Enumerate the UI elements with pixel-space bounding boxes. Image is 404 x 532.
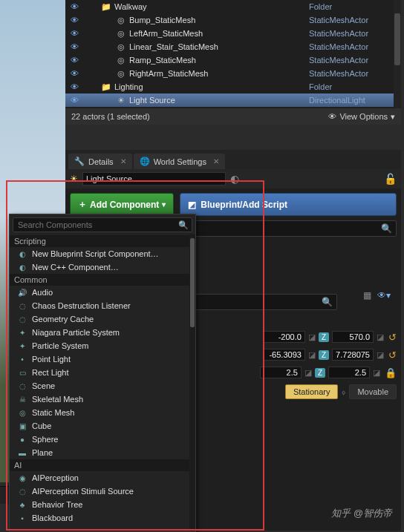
dropdown-item[interactable]: ◌Chaos Destruction Listener [10, 299, 195, 312]
outliner-row[interactable]: 👁 ◎ LeftArm_StaticMesh StaticMeshActor [65, 27, 401, 40]
value-field[interactable]: 7.728075 [332, 349, 374, 361]
row-type: StaticMeshActor [309, 69, 398, 78]
component-icon: ◌ [17, 302, 27, 310]
outliner-row[interactable]: 👁 ◎ Bump_StaticMesh StaticMeshActor [65, 13, 401, 27]
plus-icon: ＋ [78, 198, 87, 211]
dropdown-item[interactable]: ✦Niagara Particle System [10, 326, 195, 339]
search-icon: 🔍 [381, 223, 392, 234]
dropdown-item[interactable]: ♣Behavior Tree [10, 498, 195, 511]
component-label: Behavior Tree [32, 500, 82, 509]
visibility-eye-icon[interactable]: 👁 [68, 42, 80, 51]
component-icon: ◌ [17, 315, 27, 324]
transform-row: -200.0◪ Z 570.0◪ ↺ [264, 331, 397, 343]
value-field[interactable]: 570.0 [332, 331, 374, 343]
row-label: Light Source [126, 96, 309, 105]
dropdown-item[interactable]: ◌Geometry Cache [10, 312, 195, 326]
grid-icon[interactable]: ▦ [363, 290, 371, 301]
dropdown-item[interactable]: ◉AIPerception [10, 471, 195, 485]
component-label: AIPerception [32, 473, 79, 482]
component-icon: ◉ [17, 474, 27, 482]
dropdown-item[interactable]: ◎Static Mesh [10, 406, 195, 419]
visibility-eye-icon[interactable]: 👁 [68, 56, 80, 65]
blueprint-add-script-button[interactable]: ◩ Blueprint/Add Script [180, 193, 397, 216]
blueprint-icon: ◩ [188, 200, 196, 210]
wrench-icon: 🔧 [74, 157, 85, 166]
row-label: LeftArm_StaticMesh [126, 29, 309, 38]
dropdown-item[interactable]: ◌Scene [10, 379, 195, 393]
lock-icon[interactable]: 🔓 [384, 173, 397, 185]
mobility-movable[interactable]: Movable [349, 384, 397, 399]
row-type: StaticMeshActor [309, 56, 398, 65]
close-icon[interactable]: ✕ [213, 157, 219, 165]
dropdown-item[interactable]: ☠Skeletal Mesh [10, 393, 195, 406]
row-label: Ramp_StaticMesh [126, 56, 309, 65]
reset-icon[interactable]: ↺ [388, 349, 397, 361]
outliner-row[interactable]: 👁 📁 Lighting Folder [65, 80, 401, 93]
transform-row: -65.3093◪ Z 7.728075◪ ↺ [264, 349, 397, 361]
outliner-row[interactable]: 👁 ◎ Linear_Stair_StaticMesh StaticMeshAc… [65, 40, 401, 53]
row-type-icon: ◎ [116, 16, 126, 25]
component-label: New Blueprint Script Component… [32, 249, 159, 258]
component-icon: ✦ [17, 342, 27, 350]
tab-details[interactable]: 🔧 Details✕ [68, 154, 132, 169]
reset-icon[interactable]: ↺ [388, 332, 397, 343]
row-label: Linear_Stair_StaticMesh [126, 42, 309, 51]
dropdown-item[interactable]: 🔊Audio [10, 286, 195, 299]
view-options-button[interactable]: 👁 View Options ▾ [328, 112, 395, 122]
chevron-down-icon: ▾ [162, 200, 166, 208]
outliner-row[interactable]: 👁 ☀ Light Source DirectionalLight [65, 93, 401, 107]
visibility-eye-icon[interactable]: 👁 [68, 82, 80, 91]
dropdown-scrollbar[interactable] [189, 234, 195, 531]
component-label: Plane [32, 448, 53, 457]
dropdown-item[interactable]: ◐New C++ Component… [10, 260, 195, 274]
component-label: New C++ Component… [32, 263, 119, 272]
component-label: Static Mesh [32, 408, 74, 417]
row-type: Folder [309, 82, 398, 91]
visibility-eye-icon[interactable]: 👁 [68, 69, 80, 78]
dropdown-item[interactable]: ▬Plane [10, 446, 195, 459]
z-label: Z [319, 350, 329, 360]
visibility-eye-icon[interactable]: 👁 [68, 29, 80, 38]
dropdown-item[interactable]: ●Sphere [10, 433, 195, 446]
component-label: Skeletal Mesh [32, 395, 83, 404]
help-icon[interactable]: ◐ [230, 173, 239, 185]
value-field[interactable]: -200.0 [264, 331, 305, 343]
value-field[interactable]: 2.5 [328, 367, 370, 378]
visibility-eye-icon[interactable]: 👁 [68, 2, 80, 11]
row-type: StaticMeshActor [309, 16, 398, 24]
lock-icon[interactable]: 🔒 [385, 367, 397, 378]
value-field[interactable]: -65.3093 [264, 349, 305, 361]
dropdown-section-header: Common [10, 274, 195, 286]
add-component-button[interactable]: ＋ Add Component ▾ [70, 193, 174, 216]
search-icon: 🔍 [178, 220, 189, 230]
dropdown-item[interactable]: ◐New Blueprint Script Component… [10, 247, 195, 260]
dropdown-item[interactable]: ▪Blackboard [10, 511, 195, 525]
dropdown-item[interactable]: ◌AIPerception Stimuli Source [10, 485, 195, 498]
add-component-dropdown: 🔍 Scripting◐New Blueprint Script Compone… [9, 214, 196, 532]
component-search-input[interactable] [13, 217, 192, 232]
sun-icon: ☀ [70, 174, 78, 184]
close-icon[interactable]: ✕ [120, 157, 126, 165]
component-label: Audio [32, 288, 53, 297]
component-icon: ◐ [17, 263, 27, 272]
actor-name-field[interactable] [82, 172, 226, 185]
visibility-eye-icon[interactable]: 👁 [68, 96, 80, 105]
dropdown-item[interactable]: •Point Light [10, 352, 195, 366]
eye-dropdown-icon[interactable]: 👁▾ [377, 290, 391, 301]
row-type-icon: 📁 [101, 2, 111, 12]
outliner-row[interactable]: 👁 ◎ Ramp_StaticMesh StaticMeshActor [65, 53, 401, 67]
dropdown-item[interactable]: ✦Particle System [10, 339, 195, 352]
outliner-scrollbar[interactable] [394, 0, 401, 108]
tab-world-settings[interactable]: 🌐 World Settings✕ [134, 154, 225, 169]
outliner-row[interactable]: 👁 ◎ RightArm_StaticMesh StaticMeshActor [65, 67, 401, 80]
outliner-row[interactable]: 👁 📁 Walkway Folder [65, 0, 401, 13]
value-field[interactable]: 2.5 [260, 367, 302, 378]
dropdown-item[interactable]: ▭Rect Light [10, 366, 195, 379]
component-icon: ▪ [17, 514, 27, 522]
mobility-stationary[interactable]: Stationary [285, 384, 339, 399]
dropdown-item[interactable]: ▣Cube [10, 419, 195, 433]
visibility-eye-icon[interactable]: 👁 [68, 16, 80, 24]
component-icon: ▣ [17, 422, 27, 430]
component-label: Point Light [32, 355, 71, 364]
component-icon: ◌ [17, 487, 27, 496]
